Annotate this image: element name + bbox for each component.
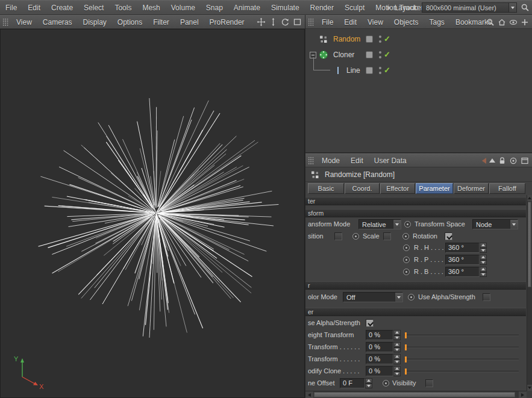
menu-tools[interactable]: Tools xyxy=(109,4,137,12)
menu-snap[interactable]: Snap xyxy=(201,4,228,12)
spinner-up-icon[interactable] xyxy=(480,255,487,260)
tab-parameter[interactable]: Parameter xyxy=(416,183,453,194)
time-offset-field[interactable]: 0 F xyxy=(340,378,365,388)
rotate-icon[interactable] xyxy=(281,17,290,26)
spinner-up-icon[interactable] xyxy=(393,354,401,359)
spinner-down-icon[interactable] xyxy=(393,335,401,341)
record-dot[interactable] xyxy=(352,233,359,240)
vertical-scrollbar[interactable] xyxy=(527,195,532,391)
modify-clone-field[interactable]: 0 % xyxy=(366,366,393,376)
visibility-dots-icon[interactable] xyxy=(379,36,381,43)
menu-animate[interactable]: Animate xyxy=(228,4,266,12)
add-icon[interactable] xyxy=(521,18,529,26)
record-dot[interactable] xyxy=(403,269,410,275)
modify-clone-slider[interactable] xyxy=(404,366,519,377)
record-dot[interactable] xyxy=(408,294,415,300)
horizontal-scrollbar[interactable] xyxy=(305,391,532,398)
random-effector-icon[interactable] xyxy=(319,34,328,44)
record-dot[interactable] xyxy=(402,233,409,240)
vertical-scroll-thumb[interactable] xyxy=(528,202,531,287)
scroll-left-button[interactable] xyxy=(305,391,313,398)
tab-basic[interactable]: Basic xyxy=(308,183,344,194)
om-menu-file[interactable]: File xyxy=(316,18,339,26)
up-arrow-icon[interactable] xyxy=(489,158,495,163)
u-transform-slider[interactable] xyxy=(404,342,519,353)
vp-menu-filter[interactable]: Filter xyxy=(148,18,175,26)
object-label-random[interactable]: Random xyxy=(333,35,360,43)
scroll-down-button[interactable] xyxy=(527,385,532,391)
tab-effector[interactable]: Effector xyxy=(380,183,415,194)
record-dot[interactable] xyxy=(403,257,410,263)
enable-check-icon[interactable]: ✓ xyxy=(384,34,390,43)
u-transform-spinner[interactable] xyxy=(393,342,401,352)
am-menu-mode[interactable]: Mode xyxy=(316,157,345,165)
layer-swatch[interactable] xyxy=(366,51,373,58)
vp-menu-options[interactable]: Options xyxy=(112,18,148,26)
om-menu-view[interactable]: View xyxy=(362,18,389,26)
horizontal-scroll-thumb[interactable] xyxy=(314,392,515,397)
spinner-up-icon[interactable] xyxy=(393,366,401,372)
spinner-up-icon[interactable] xyxy=(393,330,401,335)
scroll-right-button[interactable] xyxy=(519,391,527,398)
section-header-transform[interactable]: sform xyxy=(305,209,526,217)
target-icon[interactable] xyxy=(509,157,518,165)
grip-handle-icon[interactable] xyxy=(308,157,315,164)
time-offset-spinner[interactable] xyxy=(365,378,372,388)
history-back-icon[interactable] xyxy=(482,158,486,164)
weight-transform-spinner[interactable] xyxy=(393,330,401,340)
section-header-parameter[interactable]: ter xyxy=(305,197,526,205)
rotation-checkbox[interactable] xyxy=(445,232,452,240)
tab-falloff[interactable]: Falloff xyxy=(489,183,525,194)
use-alpha-strength-checkbox[interactable] xyxy=(366,319,374,327)
scroll-up-button[interactable] xyxy=(527,195,532,201)
om-menu-tags[interactable]: Tags xyxy=(424,18,450,26)
layer-swatch[interactable] xyxy=(366,36,373,43)
object-label-cloner[interactable]: Cloner xyxy=(333,51,354,59)
vp-menu-cameras[interactable]: Cameras xyxy=(37,18,78,26)
spinner-up-icon[interactable] xyxy=(480,267,487,272)
rp-field[interactable]: 360 ° xyxy=(445,255,480,265)
om-menu-objects[interactable]: Objects xyxy=(389,18,424,26)
vp-menu-panel[interactable]: Panel xyxy=(175,18,204,26)
grip-handle-icon[interactable] xyxy=(2,18,9,26)
slider-track[interactable] xyxy=(404,371,519,372)
rb-field[interactable]: 360 ° xyxy=(445,267,480,277)
search-icon[interactable] xyxy=(521,3,530,12)
spinner-down-icon[interactable] xyxy=(480,272,487,278)
transform-mode-dropdown[interactable]: Relative xyxy=(358,219,401,229)
spinner-up-icon[interactable] xyxy=(365,378,372,384)
spinner-down-icon[interactable] xyxy=(393,372,401,377)
slider-handle[interactable] xyxy=(405,332,407,338)
menu-create[interactable]: Create xyxy=(46,4,78,12)
menu-simulate[interactable]: Simulate xyxy=(266,4,305,12)
lock-icon[interactable] xyxy=(498,157,506,165)
menu-render[interactable]: Render xyxy=(305,4,339,12)
spinner-down-icon[interactable] xyxy=(393,347,401,353)
rp-spinner[interactable] xyxy=(480,255,487,265)
v-transform-spinner[interactable] xyxy=(393,354,401,364)
slider-handle[interactable] xyxy=(405,356,407,362)
menu-volume[interactable]: Volume xyxy=(166,4,201,12)
am-menu-edit[interactable]: Edit xyxy=(345,157,369,165)
modify-clone-spinner[interactable] xyxy=(393,366,401,376)
layer-swatch[interactable] xyxy=(366,67,373,74)
v-transform-field[interactable]: 0 % xyxy=(366,354,393,364)
add-panel-icon[interactable] xyxy=(521,157,529,165)
spinner-down-icon[interactable] xyxy=(393,359,401,365)
tab-coord[interactable]: Coord. xyxy=(345,183,380,194)
pan-icon[interactable] xyxy=(257,17,266,26)
maximize-icon[interactable] xyxy=(293,17,302,26)
slider-track[interactable] xyxy=(404,359,519,360)
grip-handle-icon[interactable] xyxy=(308,18,315,26)
enable-check-icon[interactable]: ✓ xyxy=(384,50,390,59)
color-mode-dropdown[interactable]: Off xyxy=(343,292,403,302)
weight-transform-slider[interactable] xyxy=(404,330,519,341)
spinner-up-icon[interactable] xyxy=(480,243,487,248)
om-menu-edit[interactable]: Edit xyxy=(339,18,362,26)
slider-handle[interactable] xyxy=(405,344,407,350)
use-alpha-checkbox[interactable] xyxy=(483,293,490,301)
search-icon[interactable] xyxy=(486,18,495,26)
viewport-canvas[interactable]: Y X xyxy=(0,29,305,398)
spinner-down-icon[interactable] xyxy=(365,384,372,389)
visibility-dots-icon[interactable] xyxy=(379,51,381,58)
